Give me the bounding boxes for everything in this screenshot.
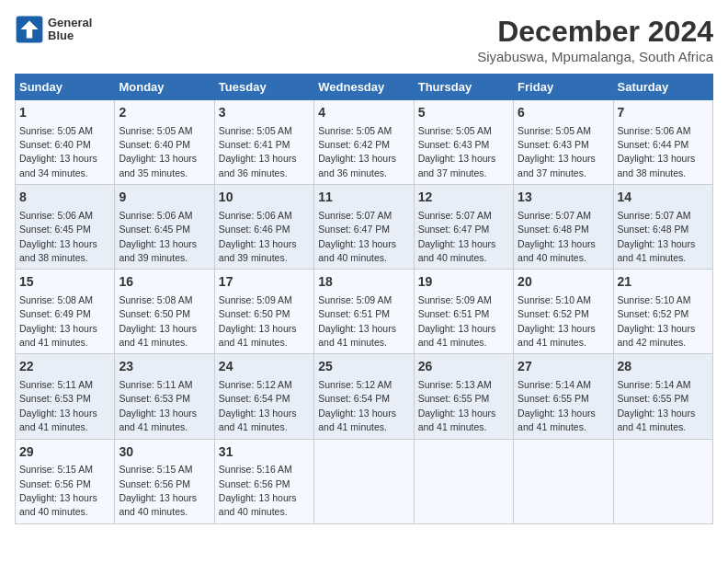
daylight-info: Daylight: 13 hours and 35 minutes. bbox=[119, 153, 197, 178]
table-row: 17 Sunrise: 5:09 AM Sunset: 6:50 PM Dayl… bbox=[214, 270, 313, 354]
sunset-info: Sunset: 6:49 PM bbox=[19, 308, 91, 319]
day-number: 25 bbox=[318, 358, 409, 376]
day-number: 13 bbox=[518, 189, 609, 207]
day-number: 5 bbox=[418, 104, 509, 122]
day-number: 10 bbox=[219, 189, 310, 207]
daylight-info: Daylight: 13 hours and 36 minutes. bbox=[318, 153, 396, 178]
sunset-info: Sunset: 6:43 PM bbox=[418, 139, 490, 150]
table-row: 10 Sunrise: 5:06 AM Sunset: 6:46 PM Dayl… bbox=[214, 185, 313, 270]
day-number: 8 bbox=[19, 189, 110, 207]
day-number: 24 bbox=[219, 358, 310, 376]
sunset-info: Sunset: 6:41 PM bbox=[219, 139, 290, 150]
day-number: 16 bbox=[119, 273, 210, 292]
sunrise-info: Sunrise: 5:11 AM bbox=[19, 379, 93, 390]
sunset-info: Sunset: 6:51 PM bbox=[418, 308, 490, 319]
day-number: 17 bbox=[219, 273, 310, 292]
sunset-info: Sunset: 6:54 PM bbox=[219, 393, 290, 404]
sunset-info: Sunset: 6:53 PM bbox=[19, 393, 91, 404]
daylight-info: Daylight: 13 hours and 34 minutes. bbox=[19, 153, 97, 178]
sunrise-info: Sunrise: 5:09 AM bbox=[219, 294, 292, 305]
sunset-info: Sunset: 6:42 PM bbox=[318, 139, 390, 150]
logo-icon bbox=[15, 15, 44, 44]
sunset-info: Sunset: 6:40 PM bbox=[19, 139, 91, 150]
calendar-row: 15 Sunrise: 5:08 AM Sunset: 6:49 PM Dayl… bbox=[16, 270, 713, 354]
day-number: 23 bbox=[119, 358, 210, 376]
daylight-info: Daylight: 13 hours and 41 minutes. bbox=[318, 408, 396, 432]
col-wednesday: Wednesday bbox=[314, 75, 414, 100]
daylight-info: Daylight: 13 hours and 40 minutes. bbox=[418, 238, 496, 263]
day-number: 18 bbox=[318, 273, 409, 292]
sunrise-info: Sunrise: 5:15 AM bbox=[19, 464, 93, 475]
daylight-info: Daylight: 13 hours and 37 minutes. bbox=[418, 153, 496, 178]
sunrise-info: Sunrise: 5:07 AM bbox=[618, 210, 691, 221]
sunrise-info: Sunrise: 5:05 AM bbox=[119, 125, 192, 136]
day-number: 26 bbox=[418, 358, 509, 376]
daylight-info: Daylight: 13 hours and 38 minutes. bbox=[618, 153, 696, 178]
sunset-info: Sunset: 6:47 PM bbox=[418, 224, 490, 235]
sunset-info: Sunset: 6:45 PM bbox=[119, 224, 190, 235]
sunrise-info: Sunrise: 5:07 AM bbox=[318, 210, 392, 221]
daylight-info: Daylight: 13 hours and 41 minutes. bbox=[418, 323, 496, 348]
sunset-info: Sunset: 6:55 PM bbox=[418, 393, 490, 404]
table-row: 9 Sunrise: 5:06 AM Sunset: 6:45 PM Dayli… bbox=[115, 185, 214, 270]
sunrise-info: Sunrise: 5:08 AM bbox=[19, 294, 93, 305]
col-friday: Friday bbox=[514, 75, 613, 100]
table-row: 28 Sunrise: 5:14 AM Sunset: 6:55 PM Dayl… bbox=[613, 354, 712, 439]
daylight-info: Daylight: 13 hours and 41 minutes. bbox=[19, 408, 97, 432]
title-section: December 2024 Siyabuswa, Mpumalanga, Sou… bbox=[477, 15, 713, 64]
table-row: 30 Sunrise: 5:15 AM Sunset: 6:56 PM Dayl… bbox=[115, 439, 214, 523]
daylight-info: Daylight: 13 hours and 40 minutes. bbox=[19, 492, 97, 517]
calendar-row: 1 Sunrise: 5:05 AM Sunset: 6:40 PM Dayli… bbox=[16, 100, 713, 185]
sunset-info: Sunset: 6:51 PM bbox=[318, 308, 390, 319]
table-row: 4 Sunrise: 5:05 AM Sunset: 6:42 PM Dayli… bbox=[314, 100, 414, 185]
sunrise-info: Sunrise: 5:07 AM bbox=[518, 210, 591, 221]
table-row: 27 Sunrise: 5:14 AM Sunset: 6:55 PM Dayl… bbox=[514, 354, 613, 439]
calendar-table: Sunday Monday Tuesday Wednesday Thursday… bbox=[15, 74, 713, 524]
logo-line2: Blue bbox=[48, 29, 92, 42]
sunrise-info: Sunrise: 5:06 AM bbox=[19, 210, 93, 221]
sunset-info: Sunset: 6:44 PM bbox=[618, 139, 689, 150]
sunrise-info: Sunrise: 5:14 AM bbox=[518, 379, 591, 390]
day-number: 19 bbox=[418, 273, 509, 292]
sunrise-info: Sunrise: 5:06 AM bbox=[219, 210, 292, 221]
day-number: 4 bbox=[318, 104, 409, 122]
daylight-info: Daylight: 13 hours and 41 minutes. bbox=[219, 408, 297, 432]
daylight-info: Daylight: 13 hours and 41 minutes. bbox=[219, 323, 297, 348]
sunrise-info: Sunrise: 5:05 AM bbox=[518, 125, 591, 136]
day-number: 21 bbox=[618, 273, 709, 292]
sunset-info: Sunset: 6:43 PM bbox=[518, 139, 589, 150]
day-number: 29 bbox=[19, 443, 110, 462]
table-row: 20 Sunrise: 5:10 AM Sunset: 6:52 PM Dayl… bbox=[514, 270, 613, 354]
day-number: 12 bbox=[418, 189, 509, 207]
day-number: 27 bbox=[518, 358, 609, 376]
main-title: December 2024 bbox=[477, 15, 713, 49]
table-row bbox=[314, 439, 414, 523]
sunrise-info: Sunrise: 5:09 AM bbox=[318, 294, 392, 305]
day-number: 31 bbox=[219, 443, 310, 462]
sunrise-info: Sunrise: 5:16 AM bbox=[219, 464, 292, 475]
col-thursday: Thursday bbox=[414, 75, 513, 100]
daylight-info: Daylight: 13 hours and 39 minutes. bbox=[219, 238, 297, 263]
day-number: 7 bbox=[618, 104, 709, 122]
daylight-info: Daylight: 13 hours and 40 minutes. bbox=[119, 492, 197, 517]
table-row: 11 Sunrise: 5:07 AM Sunset: 6:47 PM Dayl… bbox=[314, 185, 414, 270]
header: General Blue December 2024 Siyabuswa, Mp… bbox=[15, 15, 713, 64]
table-row: 21 Sunrise: 5:10 AM Sunset: 6:52 PM Dayl… bbox=[613, 270, 712, 354]
table-row: 12 Sunrise: 5:07 AM Sunset: 6:47 PM Dayl… bbox=[414, 185, 513, 270]
table-row: 29 Sunrise: 5:15 AM Sunset: 6:56 PM Dayl… bbox=[16, 439, 115, 523]
sunset-info: Sunset: 6:53 PM bbox=[119, 393, 190, 404]
table-row: 2 Sunrise: 5:05 AM Sunset: 6:40 PM Dayli… bbox=[115, 100, 214, 185]
col-saturday: Saturday bbox=[613, 75, 712, 100]
table-row: 31 Sunrise: 5:16 AM Sunset: 6:56 PM Dayl… bbox=[214, 439, 313, 523]
calendar-row: 22 Sunrise: 5:11 AM Sunset: 6:53 PM Dayl… bbox=[16, 354, 713, 439]
day-number: 2 bbox=[119, 104, 210, 122]
day-number: 15 bbox=[19, 273, 110, 292]
daylight-info: Daylight: 13 hours and 41 minutes. bbox=[618, 238, 696, 263]
day-number: 28 bbox=[618, 358, 709, 376]
calendar-row: 29 Sunrise: 5:15 AM Sunset: 6:56 PM Dayl… bbox=[16, 439, 713, 523]
table-row bbox=[414, 439, 513, 523]
sunrise-info: Sunrise: 5:10 AM bbox=[618, 294, 691, 305]
table-row: 23 Sunrise: 5:11 AM Sunset: 6:53 PM Dayl… bbox=[115, 354, 214, 439]
daylight-info: Daylight: 13 hours and 41 minutes. bbox=[119, 323, 197, 348]
sunset-info: Sunset: 6:40 PM bbox=[119, 139, 190, 150]
